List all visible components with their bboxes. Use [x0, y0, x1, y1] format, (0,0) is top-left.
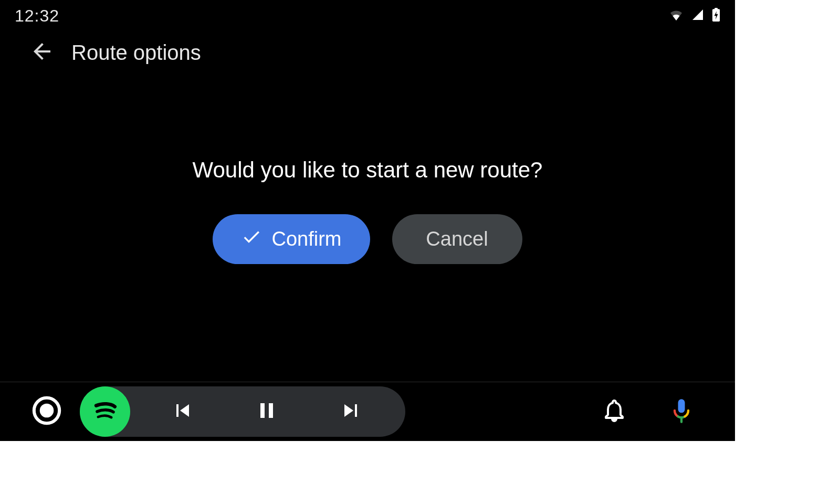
skip-next-icon [338, 398, 363, 425]
spotify-icon [89, 395, 121, 428]
back-button[interactable] [25, 36, 59, 69]
cell-signal-icon [691, 9, 705, 23]
battery-charging-icon [712, 8, 720, 24]
svg-point-3 [40, 404, 54, 418]
screen: 12:32 [0, 0, 735, 441]
previous-track-button[interactable] [141, 386, 225, 437]
skip-previous-icon [170, 398, 195, 425]
notifications-icon [602, 398, 627, 425]
svg-rect-1 [715, 8, 718, 10]
dialog-prompt: Would you like to start a new route? [193, 158, 543, 183]
cancel-button[interactable]: Cancel [392, 214, 522, 264]
status-clock: 12:32 [15, 6, 59, 26]
confirm-button[interactable]: Confirm [213, 214, 370, 264]
check-icon [241, 226, 262, 252]
svg-rect-4 [678, 399, 685, 413]
dialog-actions: Confirm Cancel [213, 214, 522, 264]
play-pause-button[interactable] [225, 386, 309, 437]
confirm-button-label: Confirm [271, 228, 341, 250]
status-bar: 12:32 [0, 0, 735, 32]
home-circle-icon [32, 418, 62, 427]
system-bar [0, 382, 735, 441]
voice-assistant-button[interactable] [659, 390, 704, 434]
app-header: Route options [0, 32, 735, 74]
media-controls [80, 386, 405, 437]
back-arrow-icon [29, 39, 55, 66]
dialog: Would you like to start a new route? Con… [0, 158, 735, 264]
next-track-button[interactable] [309, 386, 393, 437]
notifications-button[interactable] [592, 390, 636, 434]
cancel-button-label: Cancel [426, 228, 488, 250]
home-button[interactable] [32, 395, 62, 428]
status-icons [669, 8, 720, 24]
pause-icon [254, 398, 279, 425]
page-title: Route options [71, 41, 201, 65]
wifi-icon [669, 9, 684, 23]
media-app-button[interactable] [80, 386, 130, 437]
mic-icon [668, 397, 695, 426]
